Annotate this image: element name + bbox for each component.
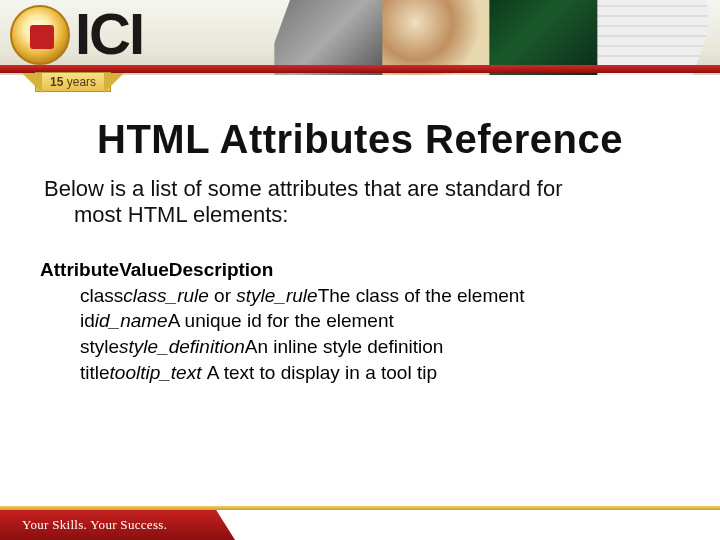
table-row: stylestyle_definitionAn inline style def… — [80, 334, 680, 360]
cell-desc: An inline style definition — [245, 336, 444, 357]
intro-line-1: Below is a list of some attributes that … — [44, 176, 562, 201]
col-header-attribute: Attribute — [40, 259, 119, 280]
cell-value: tooltip_text — [110, 362, 207, 383]
cell-attr: title — [80, 362, 110, 383]
table-row: classclass_rule or style_ruleThe class o… — [80, 283, 680, 309]
col-header-value: Value — [119, 259, 169, 280]
ribbon-number: 15 — [50, 75, 63, 89]
cell-value: id_name — [95, 310, 168, 331]
table-body: classclass_rule or style_ruleThe class o… — [40, 283, 680, 386]
school-seal-icon — [10, 5, 70, 65]
table-row: titletooltip_text A text to display in a… — [80, 360, 680, 386]
slide-content: HTML Attributes Reference Below is a lis… — [0, 75, 720, 385]
cell-desc: The class of the element — [318, 285, 525, 306]
cell-attr: style — [80, 336, 119, 357]
intro-text: Below is a list of some attributes that … — [40, 176, 680, 229]
ribbon-word: years — [67, 75, 96, 89]
col-header-description: Description — [169, 259, 274, 280]
cell-desc: A unique id for the element — [168, 310, 394, 331]
cell-value-sep: or — [209, 285, 236, 306]
intro-line-2: most HTML elements: — [44, 202, 680, 228]
table-header-row: AttributeValueDescription — [40, 259, 680, 281]
cell-desc: A text to display in a tool tip — [207, 362, 437, 383]
cell-attr: id — [80, 310, 95, 331]
footer-tagline: Your Skills. Your Success. — [22, 517, 167, 533]
cell-value: class_rule — [123, 285, 209, 306]
cell-value: style_definition — [119, 336, 245, 357]
brand-logo-text: ICI — [75, 0, 143, 67]
footer-bar: Your Skills. Your Success. — [0, 506, 720, 540]
table-row: idid_nameA unique id for the element — [80, 308, 680, 334]
header-banner: ICI — [0, 0, 720, 75]
footer-tagline-bar: Your Skills. Your Success. — [0, 510, 235, 540]
cell-attr: class — [80, 285, 123, 306]
slide-title: HTML Attributes Reference — [40, 117, 680, 162]
cell-value2: style_rule — [236, 285, 317, 306]
footer-accent-line — [0, 506, 720, 510]
anniversary-ribbon: 15 years — [35, 72, 111, 92]
